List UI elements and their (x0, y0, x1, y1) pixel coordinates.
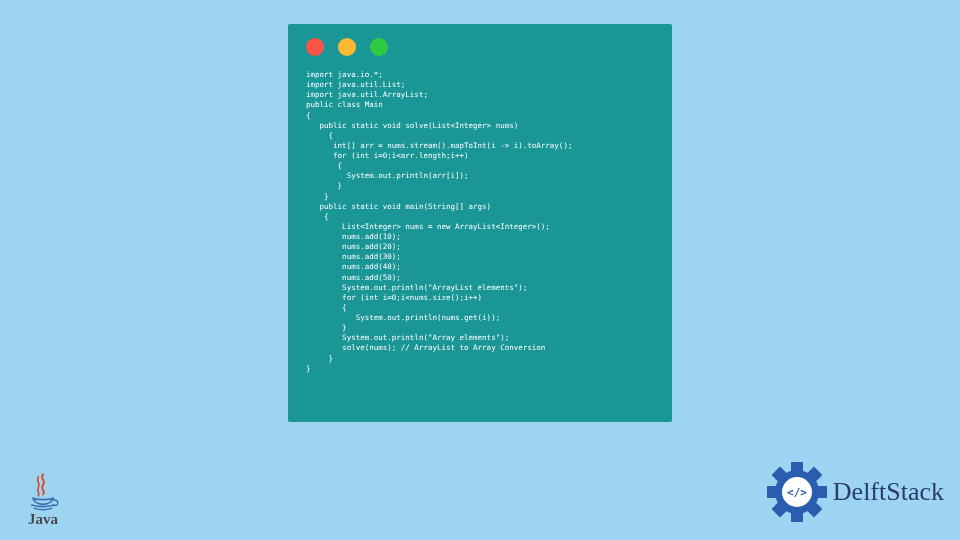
close-icon[interactable] (306, 38, 324, 56)
traffic-lights (288, 24, 672, 64)
maximize-icon[interactable] (370, 38, 388, 56)
java-logo: Java (18, 473, 68, 528)
java-cup-icon (23, 473, 63, 513)
code-window: import java.io.*; import java.util.List;… (288, 24, 672, 422)
delftstack-logo: </> DelftStack (767, 462, 944, 522)
delftstack-gear-icon: </> (767, 462, 827, 522)
svg-text:</>: </> (787, 486, 807, 499)
code-body: import java.io.*; import java.util.List;… (288, 64, 672, 384)
java-label: Java (18, 511, 68, 528)
delftstack-label: DelftStack (833, 477, 944, 507)
minimize-icon[interactable] (338, 38, 356, 56)
